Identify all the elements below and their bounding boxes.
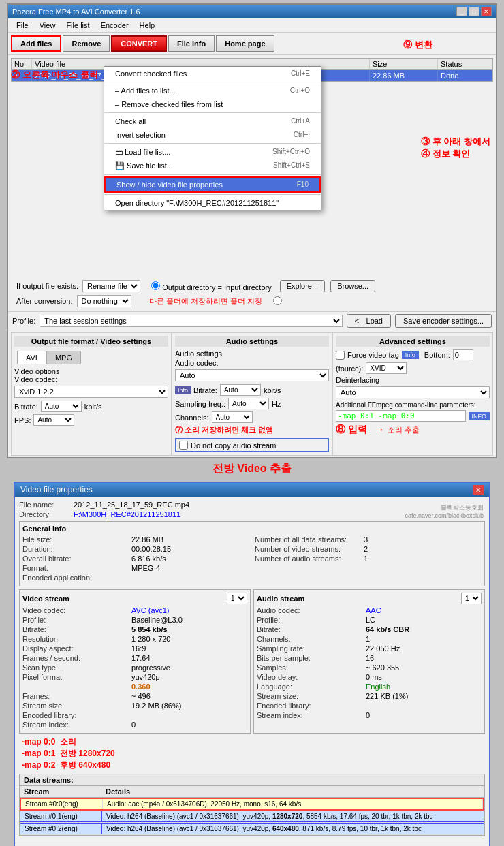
- dialog-footer: 💾 Save... Close: [15, 843, 489, 846]
- as-profile-label: Profile:: [257, 616, 366, 624]
- video-stream-select[interactable]: 1: [227, 593, 247, 604]
- bitrate-select[interactable]: Auto: [41, 401, 82, 412]
- ctx-savelist-shortcut: Shift+Ctrl+S: [273, 161, 310, 170]
- force-video-info-btn[interactable]: Info: [402, 351, 419, 359]
- stream-row-video2[interactable]: Stream #0:2(eng) Video: h264 (Baseline) …: [20, 823, 484, 835]
- as-codec-value: AAC: [366, 606, 381, 614]
- data-streams-title: Data streams:: [20, 774, 484, 786]
- vs-codec-row: Video codec: AVC (avc1): [22, 606, 247, 614]
- fps-select[interactable]: Auto: [33, 414, 74, 426]
- as-channels-label: Channels:: [257, 635, 366, 643]
- stream-row-audio[interactable]: Stream #0:0(eng) Audio: aac (mp4a / 0x61…: [20, 798, 484, 811]
- title-bar: Pazera Free MP4 to AVI Converter 1.6 _ □…: [8, 5, 496, 18]
- minimize-button[interactable]: _: [456, 7, 467, 16]
- force-video-tag-checkbox[interactable]: [336, 351, 345, 360]
- file-info-button[interactable]: File info: [168, 35, 215, 52]
- vs-scantype-value: progressive: [131, 663, 170, 672]
- ctx-remove-files[interactable]: – Remove checked files from list: [104, 97, 321, 111]
- vs-codec-label: Video codec:: [22, 606, 131, 614]
- output-dir-radio1-label: Output directory = Input directory: [162, 283, 272, 292]
- browse-button[interactable]: Browse...: [330, 280, 375, 292]
- duration-label: Duration:: [22, 545, 131, 553]
- home-page-button[interactable]: Home page: [216, 35, 274, 52]
- menu-encoder[interactable]: Encoder: [95, 20, 134, 31]
- encoded-app-row: Encoded application:: [22, 574, 249, 582]
- ffmpeg-params-input[interactable]: [336, 410, 466, 422]
- output-exists-select[interactable]: Rename file: [82, 280, 140, 292]
- ctx-check-all[interactable]: Check all Ctrl+A: [104, 114, 321, 128]
- ctx-convert-shortcut: Ctrl+E: [291, 69, 310, 78]
- video-codec-select[interactable]: XviD 1.2.2: [14, 386, 168, 398]
- vs-aspect-value: 16:9: [131, 644, 146, 653]
- vs-fps-value: 17.64: [131, 654, 151, 662]
- stream-row-video1[interactable]: Stream #0:1(eng) Video: h264 (Baseline) …: [20, 811, 484, 823]
- deinterlacing-select[interactable]: Auto: [336, 386, 490, 398]
- load-profile-button[interactable]: <-- Load: [347, 314, 391, 328]
- remove-button[interactable]: Remove: [63, 35, 110, 52]
- explore-button[interactable]: Explore...: [280, 280, 325, 292]
- audio-bitrate-select[interactable]: Auto: [220, 384, 261, 396]
- vs-pixfmt-label: Pixel format:: [22, 673, 131, 681]
- do-not-copy-audio-checkbox[interactable]: [179, 441, 188, 450]
- ctx-add-files[interactable]: – Add files to list... Ctrl+O: [104, 84, 321, 97]
- format-row: Format: MPEG-4: [22, 564, 249, 572]
- deinterlacing-label: Deinterlacing: [336, 376, 379, 384]
- ctx-show-hide-properties[interactable]: Show / hide video file properties F10: [104, 176, 321, 193]
- as-streamsize-label: Stream size:: [257, 692, 366, 700]
- output-exists-label: If output file exists:: [16, 282, 78, 290]
- sampling-select[interactable]: Auto: [228, 398, 269, 409]
- ffmpeg-info-button[interactable]: INFO: [469, 412, 490, 420]
- audio-codec-select[interactable]: Auto: [175, 369, 329, 381]
- tab-avi[interactable]: AVI: [17, 351, 46, 364]
- tab-mpg[interactable]: MPG: [46, 351, 81, 364]
- row-size: 22.86 MB: [370, 70, 438, 81]
- ctx-checkall-shortcut: Ctrl+A: [291, 117, 310, 125]
- fourcc-label: (fourcc):: [336, 364, 363, 373]
- stream-id-video2: Stream #0:2(eng): [20, 823, 101, 834]
- num-video-value: 2: [364, 545, 368, 553]
- audio-info-button[interactable]: Info: [175, 386, 191, 394]
- dialog-close-button[interactable]: ✕: [473, 485, 484, 495]
- col-details: Details: [101, 786, 484, 797]
- num-video-streams-row: Number of video streams: 2: [255, 545, 482, 553]
- save-encoder-button[interactable]: Save encoder settings...: [395, 314, 492, 328]
- dialog-body: File name: 2012_11_25_18_17_59_REC.mp4 D…: [15, 497, 489, 843]
- annotation-no-audio: ⑦ 소리 저장하려면 체크 없앰: [175, 425, 329, 435]
- bottom-value-input[interactable]: [453, 349, 473, 360]
- general-info-title: General info: [22, 524, 482, 533]
- menu-file[interactable]: File: [11, 20, 34, 31]
- ctx-open-dir[interactable]: Open directory "F:\M300H_REC#20121125181…: [104, 196, 321, 210]
- as-profile-row: Profile: LC: [257, 616, 482, 624]
- as-samplingrate-value: 22 050 Hz: [366, 644, 400, 653]
- convert-button[interactable]: CONVERT: [111, 35, 167, 52]
- front-video-label: 전방 Video 추출: [212, 463, 292, 474]
- ctx-save-list[interactable]: 💾 Save file list... Shift+Ctrl+S: [104, 159, 321, 173]
- right-arrow-icon: →: [374, 424, 385, 436]
- vs-scantype-label: Scan type:: [22, 663, 131, 672]
- menu-filelist[interactable]: File list: [61, 20, 95, 31]
- video-settings-title: Output file format / Video settings: [14, 336, 168, 347]
- menu-help[interactable]: Help: [134, 20, 161, 31]
- ctx-invert[interactable]: Invert selection Ctrl+I: [104, 128, 321, 142]
- ffmpeg-input-row: INFO: [336, 410, 490, 422]
- ctx-convert-checked[interactable]: Convert checked files Ctrl+E: [104, 67, 321, 80]
- channels-select[interactable]: Auto: [212, 411, 253, 423]
- output-settings: If output file exists: Rename file Outpu…: [8, 276, 496, 311]
- close-button[interactable]: ✕: [481, 7, 492, 16]
- as-bitspersample-value: 16: [366, 654, 374, 662]
- menu-view[interactable]: View: [34, 20, 61, 31]
- output-dir-radio1[interactable]: [151, 281, 160, 290]
- vs-fps-label: Frames / second:: [22, 654, 131, 662]
- vs-streamidx-label: Stream index:: [22, 721, 131, 729]
- as-codec-label: Audio codec:: [257, 606, 366, 614]
- audio-stream-select[interactable]: 1: [461, 593, 482, 604]
- ctx-load-list[interactable]: 🗃 Load file list... Shift+Ctrl+O: [104, 145, 321, 159]
- after-conversion-select[interactable]: Do nothing: [77, 295, 131, 307]
- advanced-settings-col: Advanced settings Force video tag Info B…: [332, 332, 493, 456]
- profile-select[interactable]: The last session settings: [40, 315, 342, 327]
- fourcc-select[interactable]: XVID: [366, 362, 407, 374]
- deinterlacing-row: Deinterlacing: [336, 376, 490, 384]
- output-dir-radio2[interactable]: [273, 296, 282, 305]
- maximize-button[interactable]: □: [469, 7, 479, 16]
- add-files-button[interactable]: Add files: [11, 35, 61, 52]
